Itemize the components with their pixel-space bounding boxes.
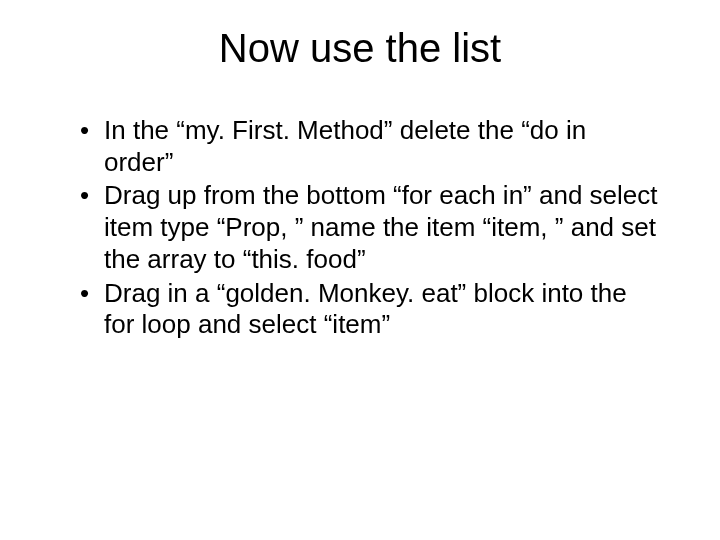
- bullet-list: In the “my. First. Method” delete the “d…: [60, 115, 660, 341]
- slide: Now use the list In the “my. First. Meth…: [0, 0, 720, 540]
- slide-title: Now use the list: [60, 26, 660, 71]
- list-item: Drag up from the bottom “for each in” an…: [86, 180, 660, 275]
- list-item: Drag in a “golden. Monkey. eat” block in…: [86, 278, 660, 341]
- list-item: In the “my. First. Method” delete the “d…: [86, 115, 660, 178]
